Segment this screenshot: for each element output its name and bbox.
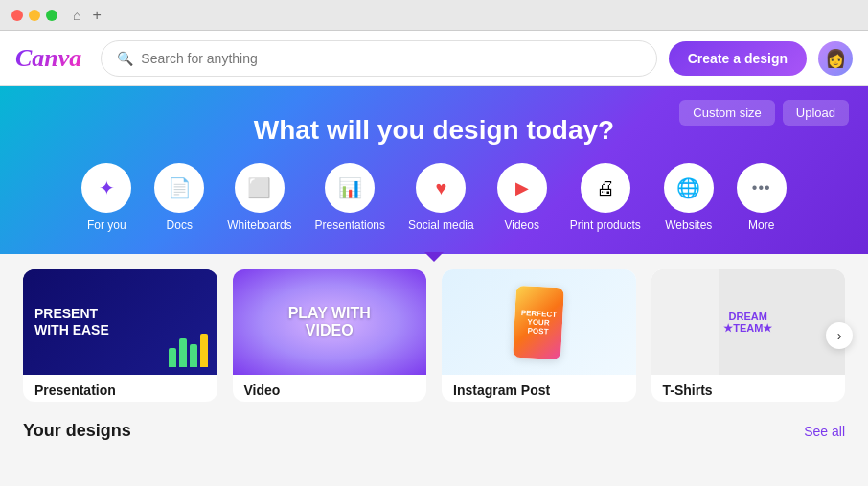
social-media-icon: ♥	[416, 163, 466, 213]
template-section: PRESENTWITH EASE Presentation PL	[23, 269, 845, 402]
close-button[interactable]	[11, 10, 23, 21]
new-tab-icon[interactable]: +	[92, 7, 101, 24]
bar-1	[169, 348, 176, 367]
see-all-link[interactable]: See all	[804, 424, 845, 439]
title-bar: ⌂ +	[0, 0, 868, 31]
next-arrow-button[interactable]: ›	[826, 322, 853, 349]
presentation-label: Presentation	[23, 375, 217, 402]
your-designs-title: Your designs	[23, 421, 131, 441]
video-card-content: PLAY WITHVIDEO	[233, 269, 427, 375]
template-grid: PRESENTWITH EASE Presentation PL	[23, 269, 845, 402]
presentations-label: Presentations	[315, 219, 385, 243]
presentation-card-image: PRESENTWITH EASE	[23, 269, 217, 375]
your-designs-section: Your designs See all	[23, 421, 845, 441]
presentation-card-content: PRESENTWITH EASE	[23, 269, 217, 375]
design-types-row: ✦ For you 📄 Docs ⬜ Whiteboards 📊 Present…	[23, 163, 845, 243]
design-type-websites[interactable]: 🌐 Websites	[664, 163, 714, 243]
upload-button[interactable]: Upload	[783, 100, 849, 126]
for-you-icon: ✦	[81, 163, 131, 213]
presentation-bars	[169, 334, 208, 367]
custom-size-button[interactable]: Custom size	[679, 100, 775, 126]
template-card-presentation[interactable]: PRESENTWITH EASE Presentation	[23, 269, 217, 402]
phone-shape: PERFECT YOUR POST	[513, 285, 564, 359]
tshirt-card-image: DREAM★TEAM★	[651, 269, 846, 375]
video-card-text: PLAY WITHVIDEO	[288, 305, 371, 339]
design-type-docs[interactable]: 📄 Docs	[154, 163, 204, 243]
search-input[interactable]	[141, 51, 640, 66]
docs-label: Docs	[167, 219, 193, 243]
print-icon: 🖨	[581, 163, 630, 213]
websites-label: Websites	[665, 219, 712, 243]
design-type-presentations[interactable]: 📊 Presentations	[315, 163, 385, 243]
phone-inner-text: PERFECT YOUR POST	[513, 285, 564, 359]
canva-logo[interactable]: Canva	[15, 44, 81, 73]
template-card-instagram[interactable]: PERFECT YOUR POST Instagram Post	[442, 269, 636, 402]
docs-icon: 📄	[154, 163, 204, 213]
search-icon: 🔍	[117, 51, 133, 66]
design-type-social-media[interactable]: ♥ Social media	[408, 163, 474, 243]
for-you-label: For you	[87, 219, 126, 243]
design-type-print[interactable]: 🖨 Print products	[570, 163, 641, 243]
bar-2	[179, 338, 187, 367]
video-card-image: PLAY WITHVIDEO	[233, 269, 427, 375]
whiteboards-icon: ⬜	[235, 163, 285, 213]
bar-3	[190, 344, 197, 367]
whiteboards-label: Whiteboards	[227, 219, 291, 243]
social-media-label: Social media	[408, 219, 474, 243]
hero-banner: Custom size Upload What will you design …	[0, 86, 868, 254]
design-type-whiteboards[interactable]: ⬜ Whiteboards	[227, 163, 291, 243]
template-card-video[interactable]: PLAY WITHVIDEO Video	[233, 269, 427, 402]
content-area: PRESENTWITH EASE Presentation PL	[0, 254, 868, 456]
avatar[interactable]: 👩	[818, 41, 853, 76]
search-bar[interactable]: 🔍	[101, 40, 656, 77]
create-design-button[interactable]: Create a design	[669, 41, 807, 76]
traffic-lights	[11, 10, 57, 21]
more-label: More	[748, 219, 774, 243]
websites-icon: 🌐	[664, 163, 714, 213]
more-icon: •••	[737, 163, 787, 213]
print-label: Print products	[570, 219, 641, 243]
instagram-card-image: PERFECT YOUR POST	[442, 269, 636, 375]
videos-label: Videos	[504, 219, 538, 243]
design-type-videos[interactable]: ▶ Videos	[497, 163, 547, 243]
maximize-button[interactable]	[46, 10, 57, 21]
hero-actions: Custom size Upload	[679, 100, 849, 126]
hero-arrow	[424, 252, 444, 262]
video-label: Video	[233, 375, 427, 402]
instagram-label: Instagram Post	[442, 375, 636, 402]
home-icon[interactable]: ⌂	[73, 8, 80, 23]
instagram-card-content: PERFECT YOUR POST	[442, 269, 636, 375]
presentation-card-text: PRESENTWITH EASE	[34, 306, 206, 338]
design-type-for-you[interactable]: ✦ For you	[81, 163, 131, 243]
tshirt-card-content: DREAM★TEAM★	[651, 269, 846, 375]
presentations-icon: 📊	[325, 163, 375, 213]
minimize-button[interactable]	[29, 10, 40, 21]
videos-icon: ▶	[497, 163, 547, 213]
design-type-more[interactable]: ••• More	[737, 163, 787, 243]
template-card-tshirt[interactable]: DREAM★TEAM★ T-Shirts	[651, 269, 846, 402]
bar-4	[200, 334, 208, 367]
nav-bar: Canva 🔍 Create a design 👩	[0, 31, 868, 86]
tshirt-label: T-Shirts	[651, 375, 846, 402]
tshirt-card-text: DREAM★TEAM★	[723, 311, 772, 334]
